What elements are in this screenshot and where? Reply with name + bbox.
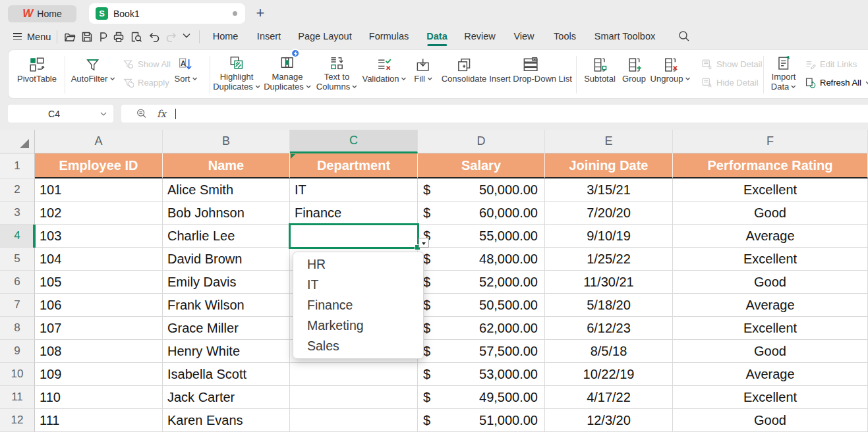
cell-F7[interactable]: Average bbox=[673, 294, 868, 317]
select-all-corner[interactable] bbox=[0, 130, 35, 153]
cell-D12[interactable]: $51,000.00 bbox=[418, 409, 545, 432]
menu-tab-home[interactable]: Home bbox=[213, 31, 239, 41]
cell-D2[interactable]: $50,000.00 bbox=[418, 178, 545, 202]
cell-dropdown-button[interactable] bbox=[419, 238, 429, 248]
menu-tab-data[interactable]: Data bbox=[426, 31, 447, 41]
row-header-3[interactable]: 3 bbox=[0, 202, 35, 225]
cell-A10[interactable]: 109 bbox=[35, 363, 163, 386]
cell-E9[interactable]: 8/5/18 bbox=[545, 340, 673, 363]
column-header-F[interactable]: F bbox=[673, 130, 868, 153]
cell-F5[interactable]: Excellent bbox=[673, 248, 868, 271]
cell-C2[interactable]: IT bbox=[290, 178, 418, 202]
cell-D10[interactable]: $53,000.00 bbox=[418, 363, 545, 386]
cell-B5[interactable]: David Brown bbox=[163, 248, 290, 271]
cell-header-C1[interactable]: Department bbox=[290, 153, 418, 178]
autofilter-button[interactable]: AutoFilter bbox=[71, 55, 115, 84]
menu-tab-page-layout[interactable]: Page Layout bbox=[298, 31, 351, 41]
cell-A4[interactable]: 103 bbox=[35, 225, 163, 248]
redo-icon[interactable] bbox=[165, 30, 178, 43]
cell-B7[interactable]: Frank Wilson bbox=[163, 294, 290, 317]
formula-input[interactable]: fx bbox=[121, 105, 868, 123]
row-header-10[interactable]: 10 bbox=[0, 363, 35, 386]
row-header-11[interactable]: 11 bbox=[0, 386, 35, 409]
cell-E6[interactable]: 11/30/21 bbox=[545, 271, 673, 294]
cell-E5[interactable]: 1/25/22 bbox=[545, 248, 673, 271]
cell-E2[interactable]: 3/15/21 bbox=[545, 178, 673, 202]
cell-header-E1[interactable]: Joining Date bbox=[545, 153, 673, 178]
cell-F10[interactable]: Average bbox=[673, 363, 868, 386]
print-preview-icon[interactable] bbox=[130, 30, 143, 43]
cell-E8[interactable]: 6/12/23 bbox=[545, 317, 673, 340]
cell-C10[interactable] bbox=[290, 363, 418, 386]
dropdown-option-sales[interactable]: Sales bbox=[293, 336, 423, 356]
row-header-9[interactable]: 9 bbox=[0, 340, 35, 363]
cell-D3[interactable]: $60,000.00 bbox=[418, 202, 545, 225]
show-detail-button[interactable]: Show Detail bbox=[701, 58, 762, 70]
cell-F2[interactable]: Excellent bbox=[673, 178, 868, 202]
validation-button[interactable]: Validation bbox=[362, 55, 406, 84]
cell-D7[interactable]: $50,500.00 bbox=[418, 294, 545, 317]
dropdown-option-marketing[interactable]: Marketing bbox=[293, 315, 423, 336]
row-header-8[interactable]: 8 bbox=[0, 317, 35, 340]
name-box-chevron-icon[interactable] bbox=[100, 112, 107, 116]
cell-B2[interactable]: Alice Smith bbox=[163, 178, 290, 202]
show-all-button[interactable]: Show All bbox=[123, 58, 171, 70]
cell-E7[interactable]: 5/18/20 bbox=[545, 294, 673, 317]
refresh-all-button[interactable]: Refresh All bbox=[805, 76, 868, 88]
column-header-B[interactable]: B bbox=[163, 130, 290, 153]
cell-header-D1[interactable]: Salary bbox=[418, 153, 545, 178]
row-header-6[interactable]: 6 bbox=[0, 271, 35, 294]
more-commands-chevron-icon[interactable] bbox=[183, 33, 190, 38]
cell-header-B1[interactable]: Name bbox=[163, 153, 290, 178]
cell-E12[interactable]: 12/3/20 bbox=[545, 409, 673, 432]
cell-A3[interactable]: 102 bbox=[35, 202, 163, 225]
column-header-D[interactable]: D bbox=[418, 130, 545, 153]
reapply-button[interactable]: Reapply bbox=[123, 76, 169, 88]
cell-B9[interactable]: Henry White bbox=[163, 340, 290, 363]
cell-A12[interactable]: 111 bbox=[35, 409, 163, 432]
hamburger-menu-icon[interactable] bbox=[13, 33, 22, 40]
cell-E10[interactable]: 10/22/19 bbox=[545, 363, 673, 386]
column-header-A[interactable]: A bbox=[35, 130, 163, 153]
sort-button[interactable]: A Sort bbox=[175, 55, 198, 84]
home-tab[interactable]: W Home bbox=[8, 5, 76, 22]
cell-D5[interactable]: $48,000.00 bbox=[418, 248, 545, 271]
group-button[interactable]: Group bbox=[622, 55, 646, 84]
row-header-5[interactable]: 5 bbox=[0, 248, 35, 271]
open-file-icon[interactable] bbox=[63, 30, 76, 43]
cell-B6[interactable]: Emily Davis bbox=[163, 271, 290, 294]
cell-B12[interactable]: Karen Evans bbox=[163, 409, 290, 432]
highlight-duplicates-button[interactable]: Highlight Duplicates bbox=[213, 53, 260, 92]
pivottable-button[interactable]: PivotTable bbox=[17, 55, 57, 84]
column-header-E[interactable]: E bbox=[545, 130, 673, 153]
dropdown-option-hr[interactable]: HR bbox=[293, 254, 423, 275]
menu-tab-smart-toolbox[interactable]: Smart Toolbox bbox=[594, 31, 655, 41]
cell-D6[interactable]: $52,000.00 bbox=[418, 271, 545, 294]
row-header-4[interactable]: 4 bbox=[0, 225, 35, 248]
cell-B8[interactable]: Grace Miller bbox=[163, 317, 290, 340]
cell-E11[interactable]: 4/17/22 bbox=[545, 386, 673, 409]
name-box[interactable]: C4 bbox=[8, 105, 113, 123]
menu-button[interactable]: Menu bbox=[27, 32, 51, 42]
hide-detail-button[interactable]: Hide Detail bbox=[701, 76, 759, 88]
print-icon[interactable] bbox=[112, 30, 125, 43]
edit-links-button[interactable]: Edit Links bbox=[805, 58, 857, 70]
cell-D8[interactable]: $62,000.00 bbox=[418, 317, 545, 340]
cell-E4[interactable]: 9/10/19 bbox=[545, 225, 673, 248]
dropdown-option-it[interactable]: IT bbox=[293, 275, 423, 295]
consolidate-button[interactable]: Consolidate bbox=[442, 55, 487, 84]
row-header-1[interactable]: 1 bbox=[0, 153, 35, 178]
fx-label[interactable]: fx bbox=[157, 108, 166, 120]
cell-header-F1[interactable]: Performance Rating bbox=[673, 153, 868, 178]
cell-F8[interactable]: Excellent bbox=[673, 317, 868, 340]
cell-A2[interactable]: 101 bbox=[35, 178, 163, 202]
manage-duplicates-button[interactable]: Manage Duplicates bbox=[264, 53, 311, 92]
document-tab[interactable]: S Book1 bbox=[89, 3, 245, 24]
cell-A11[interactable]: 110 bbox=[35, 386, 163, 409]
cell-A9[interactable]: 108 bbox=[35, 340, 163, 363]
import-data-button[interactable]: Import Data bbox=[771, 53, 796, 92]
insert-dropdown-list-button[interactable]: Insert Drop-Down List bbox=[489, 55, 572, 84]
cell-D11[interactable]: $49,500.00 bbox=[418, 386, 545, 409]
menu-tab-insert[interactable]: Insert bbox=[257, 31, 281, 41]
column-header-C[interactable]: C bbox=[290, 130, 418, 153]
